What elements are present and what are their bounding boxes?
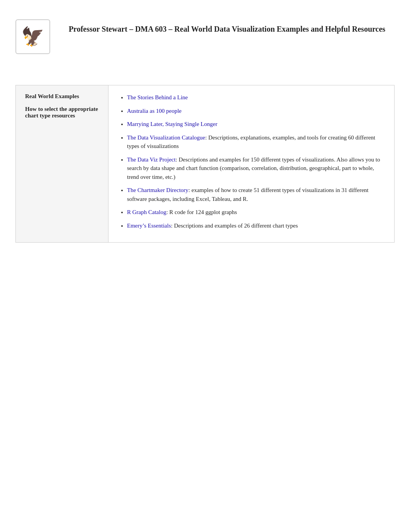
- right-column: The Stories Behind a Line Australia as 1…: [108, 85, 395, 243]
- link-stories-behind-a-line[interactable]: The Stories Behind a Line: [127, 94, 188, 100]
- list-item-emerys-essentials: Emery’s Essentials: Descriptions and exa…: [127, 221, 385, 230]
- page-title: Professor Stewart – DMA 603 – Real World…: [59, 19, 395, 35]
- list-item-data-viz-catalogue: The Data Visualization Catalogue: Descri…: [127, 133, 385, 151]
- left-column: Real World Examples How to select the ap…: [16, 85, 108, 243]
- section-real-world-label: Real World Examples: [25, 93, 99, 100]
- link-chartmaker-directory[interactable]: The Chartmaker Directory: [127, 187, 188, 193]
- content-table: Real World Examples How to select the ap…: [15, 85, 395, 243]
- list-item-stories-behind-a-line: The Stories Behind a Line: [127, 93, 385, 102]
- list-item-marrying-later: Marrying Later, Staying Single Longer: [127, 120, 385, 129]
- section-chart-resources-label: How to select the appropriate chart type…: [25, 106, 99, 119]
- desc-emerys-essentials: : Descriptions and examples of 26 differ…: [171, 223, 298, 229]
- list-item-data-viz-project: The Data Viz Project: Descriptions and e…: [127, 155, 385, 182]
- link-data-viz-catalogue[interactable]: The Data Visualization Catalogue: [127, 134, 205, 141]
- link-emerys-essentials[interactable]: Emery’s Essentials: [127, 223, 171, 229]
- link-r-graph-catalog[interactable]: R Graph Catalog: [127, 209, 166, 215]
- resources-list: The Stories Behind a Line Australia as 1…: [118, 93, 385, 230]
- link-marrying-later[interactable]: Marrying Later, Staying Single Longer: [127, 121, 217, 127]
- list-item-r-graph-catalog: R Graph Catalog: R code for 124 ggplot g…: [127, 208, 385, 217]
- logo-icon: 🦅: [21, 27, 44, 46]
- page-header: 🦅 Professor Stewart – DMA 603 – Real Wor…: [15, 12, 395, 62]
- logo: 🦅: [15, 19, 50, 54]
- list-item-chartmaker-directory: The Chartmaker Directory: examples of ho…: [127, 186, 385, 203]
- link-data-viz-project[interactable]: The Data Viz Project: [127, 156, 176, 163]
- link-australia[interactable]: Australia as 100 people: [127, 108, 181, 114]
- list-item-australia: Australia as 100 people: [127, 107, 385, 116]
- desc-r-graph-catalog: : R code for 124 ggplot graphs: [166, 209, 237, 215]
